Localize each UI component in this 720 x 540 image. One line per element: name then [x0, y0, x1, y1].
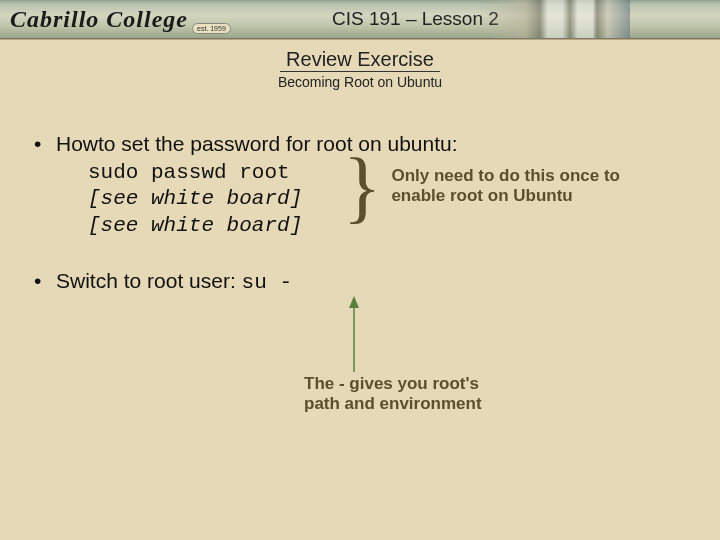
slide-content: • Howto set the password for root on ubu…	[0, 90, 720, 414]
curly-brace-icon: }	[343, 150, 381, 222]
bullet-text: Switch to root user: su -	[56, 269, 684, 294]
arrow-note-text: The - gives you root's path and environm…	[304, 374, 482, 415]
slide-banner: Cabrillo College est. 1959 CIS 191 – Les…	[0, 0, 720, 39]
heading-block: Review Exercise Becoming Root on Ubuntu	[0, 40, 720, 90]
code-block: sudo passwd root [see white board] [see …	[88, 160, 684, 239]
arrow-up-icon	[346, 296, 366, 374]
bullet-item: • Switch to root user: su -	[34, 269, 684, 294]
inline-code: su -	[242, 271, 292, 294]
arrow-note-line: The - gives you root's	[304, 374, 479, 393]
bullet-dot-icon: •	[34, 269, 56, 293]
arrow-note-line: path and environment	[304, 394, 482, 413]
svg-marker-1	[349, 296, 359, 308]
college-logo-text: Cabrillo College	[0, 6, 188, 33]
est-badge: est. 1959	[192, 23, 231, 34]
bullet-dot-icon: •	[34, 132, 56, 156]
arrow-annotation: The - gives you root's path and environm…	[34, 294, 684, 414]
heading-main: Review Exercise	[280, 48, 440, 72]
brace-annotation: } Only need to do this once to enable ro…	[343, 150, 621, 222]
bullet-prefix: Switch to root user:	[56, 269, 242, 292]
brace-note-text: Only need to do this once to enable root…	[391, 166, 621, 207]
course-title: CIS 191 – Lesson 2	[231, 8, 720, 30]
heading-sub: Becoming Root on Ubuntu	[0, 74, 720, 90]
